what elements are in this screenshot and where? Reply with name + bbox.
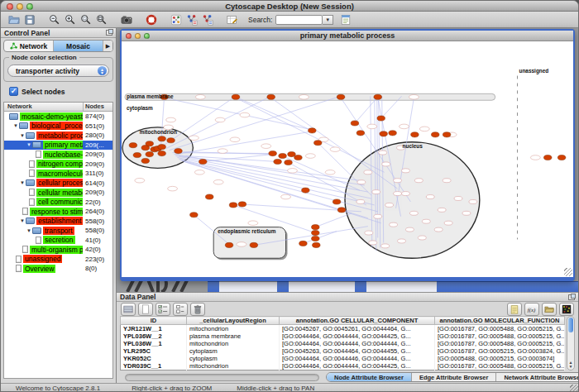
minimize-window-button[interactable] (17, 3, 23, 10)
attribute-matrix-icon[interactable] (559, 303, 574, 316)
frame-close-button[interactable] (126, 33, 132, 39)
node-color-combobox[interactable]: transporter activity ▲▼ (7, 65, 109, 77)
zoom-selected-region-icon[interactable] (78, 12, 93, 26)
zoom-window-button[interactable] (26, 3, 33, 10)
tab-mosaic[interactable]: Mosaic (54, 41, 103, 51)
table-cell[interactable]: YKR052C (121, 355, 187, 362)
export-network-icon[interactable] (199, 12, 215, 26)
frame-minimize-button[interactable] (135, 33, 141, 39)
table-cell[interactable]: plasma membrane (187, 332, 280, 340)
tree-row[interactable]: cell communicat22(0) (4, 198, 112, 208)
notepad-icon[interactable] (507, 303, 522, 316)
table-cell[interactable]: mitochondrion (187, 362, 280, 370)
table-cell[interactable]: [GO:0005488, GO:0005215, GO:0003674] (435, 355, 565, 362)
attribute-list-icon[interactable] (173, 303, 188, 316)
background-window-fragment[interactable] (355, 281, 366, 292)
tree-row[interactable]: nucleobase-209(0) (4, 150, 112, 160)
tree-header-network[interactable]: Network (4, 103, 83, 111)
table-column-header[interactable]: _cellularLayoutRegion (187, 317, 280, 325)
tree-row[interactable]: ▼biological_process651(0) (4, 122, 112, 131)
tree-row[interactable]: ▼cellular process614(0) (4, 179, 112, 189)
expand-arrow-icon[interactable]: ▼ (26, 228, 32, 233)
table-row[interactable]: YLR295Ccytoplasm[GO:0045263, GO:0044464,… (121, 347, 565, 355)
network-graph[interactable]: plasma membranecytoplasmmitochondrionnuc… (122, 41, 573, 277)
tree-row[interactable]: Overview8(0) (4, 264, 112, 274)
table-cell[interactable]: [GO:0044464, GO:0044444, GO:0044444, G..… (280, 340, 435, 347)
table-cell[interactable]: cytoplasm (187, 347, 280, 355)
snapshot-camera-icon[interactable] (118, 12, 134, 26)
tab-node-attribute-browser[interactable]: Node Attribute Browser (327, 373, 412, 381)
save-session-icon[interactable] (22, 12, 37, 26)
zoom-out-icon[interactable] (46, 12, 62, 26)
table-cell[interactable]: YDR039C__1 (121, 362, 187, 370)
select-nodes-checkbox[interactable]: ✓ (9, 87, 18, 96)
help-lifering-icon[interactable] (143, 12, 159, 26)
node-attribute-table[interactable]: ID_cellularLayoutRegionannotation.GO CEL… (120, 316, 565, 370)
tree-row[interactable]: ▼primary metabo209(... (4, 141, 112, 151)
tree-row[interactable]: response to stimulu264(0) (4, 207, 112, 217)
table-vertical-scrollbar[interactable]: ▲▼ (567, 316, 575, 370)
table-cell[interactable]: YPL036W__2 (121, 332, 187, 340)
table-cell[interactable]: [GO:0016787, GO:0005215, GO:0003824, G..… (435, 347, 565, 355)
table-row[interactable]: YPL036W__2plasma membrane[GO:0044464, GO… (121, 332, 565, 340)
table-row[interactable]: YJR121W__1mitochondrion[GO:0045267, GO:0… (121, 325, 565, 333)
scrollbar-arrows[interactable]: ▲▼ (567, 361, 574, 369)
background-window-fragment[interactable] (219, 281, 277, 292)
table-row[interactable]: YKR052Ccytoplasm[GO:0044464, GO:0044446,… (121, 355, 565, 362)
table-cell[interactable]: mitochondrion (187, 340, 280, 347)
tree-row[interactable]: macromolecule311(0) (4, 169, 112, 179)
frame-zoom-button[interactable] (144, 33, 150, 39)
background-window-fragment[interactable] (208, 281, 219, 292)
table-cell[interactable]: [GO:0016787, GO:0005488, GO:0005215, G..… (435, 325, 565, 333)
search-dropdown-arrow[interactable]: ▼ (323, 15, 333, 25)
background-window-fragment[interactable] (277, 281, 289, 292)
table-column-header[interactable]: ID (121, 317, 187, 325)
import-attributes-folder-icon[interactable] (542, 303, 557, 316)
table-cell[interactable]: YLR295C (121, 347, 187, 355)
vizmapper-icon[interactable] (168, 12, 184, 26)
float-panel-icon[interactable] (568, 294, 575, 300)
table-cell[interactable]: [GO:0044464, GO:0044444, GO:0044425, G..… (280, 362, 435, 370)
window-resize-grip[interactable] (570, 385, 578, 392)
tree-row[interactable]: ▼establishment of lo558(0) (4, 217, 112, 227)
tree-row[interactable]: cellular metabol209(0) (4, 188, 112, 198)
zoom-in-icon[interactable] (62, 12, 78, 26)
tree-header-nodes[interactable]: Nodes (83, 103, 112, 111)
table-cell[interactable]: [GO:0044464, GO:0044446, GO:0044444, G..… (280, 355, 435, 362)
tree-row[interactable]: ▼metabolic process280(0) (4, 131, 112, 141)
table-column-header[interactable]: annotation.GO CELLULAR_COMPONENT (280, 317, 435, 325)
window-titlebar[interactable]: Cytoscape Desktop (New Session) (1, 1, 578, 12)
search-options-icon[interactable] (337, 12, 353, 26)
table-cell[interactable]: [GO:0045267, GO:0045261, GO:0044464, G..… (280, 325, 435, 333)
zoom-to-fit-icon[interactable] (93, 12, 109, 26)
table-column-header[interactable]: annotation.GO MOLECULAR_FUNCTION (435, 317, 565, 325)
float-panel-icon[interactable] (106, 30, 112, 36)
tab-edge-attribute-browser[interactable]: Edge Attribute Browser (412, 373, 496, 381)
expand-arrow-icon[interactable]: ▼ (19, 218, 26, 223)
tab-network-attribute-browser[interactable]: Network Attribute Browser (496, 373, 579, 381)
table-row[interactable]: YDR039C__1mitochondrion[GO:0044464, GO:0… (121, 362, 565, 370)
attribute-checklist-icon[interactable] (156, 303, 170, 316)
select-attributes-icon[interactable] (121, 303, 136, 316)
annotations-icon[interactable] (224, 12, 240, 26)
expand-arrow-icon[interactable]: ▼ (19, 180, 26, 185)
background-window-fragment[interactable] (289, 281, 355, 292)
background-window-fragment[interactable] (366, 281, 437, 292)
table-cell[interactable]: cytoplasm (187, 355, 280, 362)
table-cell[interactable]: YJR121W__1 (121, 325, 187, 333)
table-cell[interactable]: [GO:0016787, GO:0005488, GO:0005215, G..… (435, 362, 565, 370)
frame-resize-grip[interactable] (564, 268, 572, 276)
close-window-button[interactable] (7, 3, 13, 10)
table-row[interactable]: YPL036W__1mitochondrion[GO:0044464, GO:0… (121, 340, 565, 347)
table-cell[interactable]: [GO:0045263, GO:0044464, GO:0044455, G..… (280, 347, 435, 355)
expand-arrow-icon[interactable]: ▼ (12, 123, 19, 128)
table-cell[interactable]: YPL036W__1 (121, 340, 187, 347)
table-cell[interactable]: [GO:0044464, GO:0044444, GO:0044425, G..… (280, 332, 435, 340)
tree-row[interactable]: multi-organism pro42(0) (4, 245, 112, 255)
more-tabs-arrow[interactable]: ▶ (103, 41, 112, 51)
open-session-icon[interactable] (6, 12, 22, 26)
table-cell[interactable]: [GO:0016787, GO:0005488, GO:0005215, G..… (435, 340, 565, 347)
tree-row[interactable]: ▼transport558(0) (4, 226, 112, 236)
network-frame-titlebar[interactable]: primary metabolic process (122, 31, 573, 41)
formula-builder-icon[interactable]: f(x) (524, 303, 539, 316)
